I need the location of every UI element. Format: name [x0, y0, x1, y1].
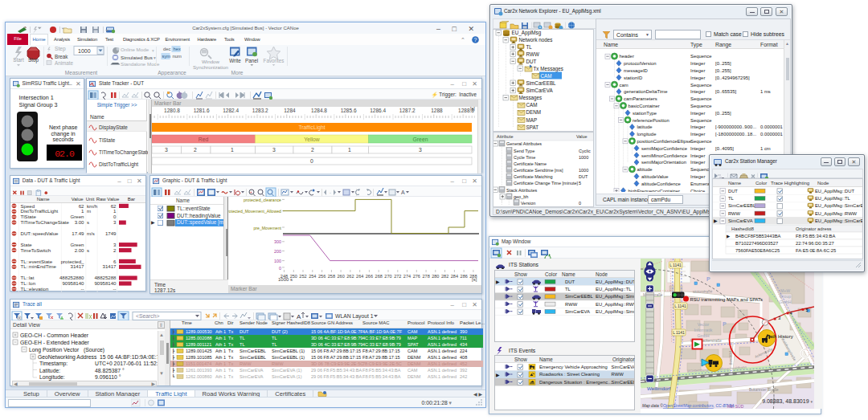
svg-text:--: -- [80, 286, 84, 292]
svg-text:s: s [87, 247, 89, 252]
svg-text:1 ms: 1 ms [760, 89, 771, 94]
svg-text:48.825387 °: 48.825387 ° [95, 368, 125, 373]
svg-text:1289.001425: 1289.001425 [186, 349, 212, 353]
svg-text:1: 1 [348, 147, 351, 153]
svg-text:Tx: Tx [228, 361, 233, 366]
svg-text:4C:33:E7:E8:9B:79: 4C:33:E7:E8:9B:79 [362, 336, 401, 340]
svg-text:02.0: 02.0 [55, 149, 75, 159]
svg-text:Ath 1: Ath 1 [215, 368, 226, 373]
svg-text:[0..4095]: [0..4095] [715, 146, 734, 151]
svg-text:Tx: Tx [228, 368, 233, 373]
svg-text:Vector: Vector [698, 322, 710, 327]
svg-text:Tx: Tx [228, 355, 233, 360]
svg-text:Stack Attributes: Stack Attributes [506, 188, 537, 193]
svg-text:3: 3 [419, 147, 422, 153]
svg-text:Integer: Integer [690, 146, 705, 151]
svg-text:s: s [87, 219, 89, 225]
svg-text:stationType: stationType [633, 111, 657, 116]
svg-text:Originator adress: Originator adress [796, 226, 832, 231]
svg-text:258: 258 [328, 274, 335, 279]
svg-text:Write: Write [229, 58, 241, 63]
svg-text:3: 3 [165, 147, 168, 153]
svg-text:7560FAE50E8A6C25: 7560FAE50E8A6C25 [735, 248, 780, 253]
svg-text:SimCarEVA: SimCarEVA [240, 368, 264, 373]
svg-text:MAP: MAP [407, 336, 417, 340]
svg-text:Tx: Tx [228, 349, 233, 353]
svg-text:15 06 F8:A7:29:8B:17:15: 15 06 F8:A7:29:8B:17:15 [311, 355, 361, 360]
svg-text:EU_ApplMsg::SimCarEVA: EU_ApplMsg::SimCarEVA [815, 218, 862, 223]
svg-text:Dangerous Situation : Emergenc: Dangerous Situation : Emergenc... [539, 380, 612, 385]
svg-text:TlState: TlState [99, 137, 116, 143]
svg-text:positionConfidenceEllipse: positionConfidenceEllipse [637, 139, 692, 144]
svg-text:highFrequencyContainer: highFrequencyContainer [628, 189, 681, 192]
svg-text:Ath 1: Ath 1 [215, 336, 226, 340]
svg-text:General Attributes: General Attributes [506, 141, 542, 146]
svg-text:TL: TL [526, 44, 533, 50]
svg-text:29 06 F8:F5:B5:34:43:BA: 29 06 F8:F5:B5:34:43:BA [311, 374, 362, 379]
svg-text:262: 262 [346, 274, 354, 279]
svg-text:B710227496D03527: B710227496D03527 [735, 241, 778, 246]
svg-text:0.0000001 °: 0.0000001 ° [760, 124, 784, 129]
svg-text:DUT: DUT [240, 329, 249, 334]
svg-text:B4BCF8F5B53443BA: B4BCF8F5B53443BA [735, 234, 781, 239]
svg-text:Appearance: Appearance [158, 70, 186, 75]
svg-text:278: 278 [422, 274, 429, 279]
svg-text:[-900000000..900...: [-900000000..900... [715, 124, 756, 129]
svg-text:3: 3 [272, 147, 276, 153]
svg-text:L 1141: L 1141 [673, 330, 685, 335]
svg-text:Roadworks : Street Cleaning: Roadworks : Street Cleaning [539, 372, 600, 377]
svg-text:Value: Value [576, 134, 588, 139]
svg-text:EU_ApplMsg::DUT: EU_ApplMsg::DUT [815, 189, 854, 194]
svg-text:Green: Green [413, 137, 428, 142]
svg-text:3D 06 78:C9:E9:9E:2E:5C: 3D 06 78:C9:E9:9E:2E:5C [311, 361, 363, 366]
svg-text:SimCarEVA (1): SimCarEVA (1) [272, 374, 302, 379]
svg-text:protected_Movement_Allowed: protected_Movement_Allowed [228, 209, 281, 214]
svg-text:TL: TL [728, 196, 735, 201]
svg-text:Map data ©OpenStreetMap contri: Map data ©OpenStreetMap contributors, CC… [642, 403, 735, 408]
svg-text:Ath 1: Ath 1 [215, 349, 226, 353]
svg-text:Cyclic: Cyclic [579, 149, 591, 153]
svg-text:711: 711 [460, 336, 467, 340]
svg-text:Integer: Integer [690, 174, 705, 179]
svg-text:Ath 1: Ath 1 [215, 374, 226, 379]
svg-text:264: 264 [356, 274, 363, 279]
svg-text:Measurement: Measurement [65, 70, 97, 75]
svg-text:Tx: Tx [228, 336, 233, 340]
svg-text:?: ? [474, 37, 477, 43]
svg-text:Integer: Integer [690, 153, 705, 158]
svg-text:Longitude:: Longitude: [39, 374, 65, 381]
svg-text:1261.001393: 1261.001393 [186, 368, 212, 373]
svg-text:2: 2 [113, 247, 117, 252]
svg-text:WLAN Layout 1: WLAN Layout 1 [335, 313, 374, 320]
svg-text:DUT: DUT [565, 279, 575, 284]
svg-text:0: 0 [279, 266, 281, 271]
svg-text:1285.6: 1285.6 [341, 108, 357, 113]
svg-text:DENM: DENM [407, 355, 421, 360]
svg-text:Integer: Integer [690, 111, 705, 116]
svg-text:RSU transmitting MAPs and SPAT: RSU transmitting MAPs and SPATs [690, 297, 763, 302]
svg-text:TL: TL [272, 336, 277, 340]
svg-text:GEO-EH - Extended Header: GEO-EH - Extended Header [20, 340, 89, 345]
svg-text:1289.000530: 1289.000530 [186, 329, 212, 334]
svg-text:CAM: CAM [407, 329, 418, 334]
svg-text:dec: dec [163, 47, 170, 51]
svg-text:SimCarEEBL: SimCarEEBL [526, 80, 557, 86]
svg-text:protected_clearance: protected_clearance [244, 198, 281, 202]
svg-text:ASN.1 defined: ASN.1 defined [428, 342, 457, 347]
svg-text:1288: 1288 [431, 108, 443, 113]
svg-text:Integer: Integer [690, 61, 705, 66]
svg-text:TlTimeToChangeState: TlTimeToChangeState [99, 149, 150, 156]
svg-text:0: 0 [310, 158, 313, 164]
svg-text:F8:F5:B5:34:43:BA: F8:F5:B5:34:43:BA [362, 368, 401, 373]
svg-text:390: 390 [460, 329, 467, 334]
svg-text:Tx Messages: Tx Messages [534, 66, 563, 72]
svg-text:3D 06 4C:33:E7:E8:9B:79: 3D 06 4C:33:E7:E8:9B:79 [311, 336, 362, 340]
svg-text:Sequence: Sequence [690, 139, 712, 144]
svg-text:Certificate Name: Certificate Name [514, 161, 547, 166]
svg-text:Attribute: Attribute [497, 134, 513, 139]
svg-text:Step: Step [55, 46, 66, 52]
svg-text:semiMajorConfidence: semiMajorConfidence [641, 146, 688, 151]
svg-text:RWW: RWW [526, 51, 539, 57]
svg-text:SimCarEEBL: SimCarEEBL [612, 380, 635, 385]
svg-text:TL::elevation: TL::elevation [20, 286, 48, 292]
